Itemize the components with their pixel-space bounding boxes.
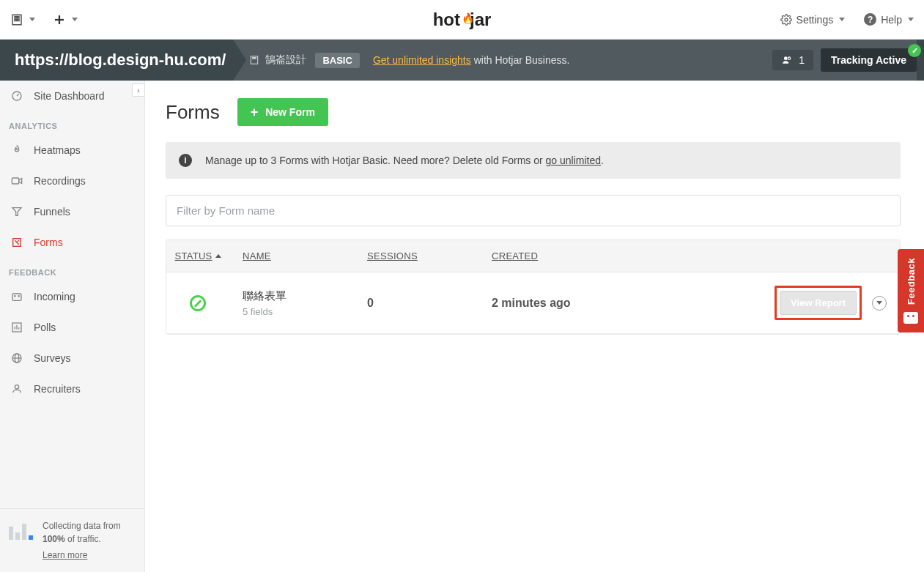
page-header: Forms + New Form bbox=[166, 98, 901, 126]
sidebar: ‹ Site Dashboard ANALYTICS Heatmaps Reco… bbox=[0, 81, 145, 572]
tracking-status[interactable]: Tracking Active ✓ bbox=[821, 48, 917, 72]
col-created[interactable]: CREATED bbox=[478, 240, 659, 272]
col-name[interactable]: NAME bbox=[229, 240, 354, 272]
add-menu[interactable] bbox=[53, 13, 78, 26]
check-icon: ✓ bbox=[908, 44, 921, 57]
feedback-label: Feedback bbox=[906, 258, 917, 305]
traffic-line1: Collecting data from bbox=[42, 521, 121, 531]
users-icon bbox=[781, 55, 793, 65]
feedback-tab[interactable]: Feedback bbox=[898, 249, 924, 333]
sidebar-item-label: Surveys bbox=[34, 352, 71, 364]
main: ‹ Site Dashboard ANALYTICS Heatmaps Reco… bbox=[0, 81, 924, 572]
sidebar-item-funnels[interactable]: Funnels bbox=[0, 196, 144, 227]
site-info-block: 鵠崙設計 BASIC Get unlimited insights with H… bbox=[233, 40, 917, 81]
users-count: 1 bbox=[799, 54, 805, 66]
topbar: hot🔥jar Settings ? Help bbox=[0, 0, 924, 40]
sidebar-item-label: Incoming bbox=[34, 291, 75, 302]
svg-rect-9 bbox=[253, 58, 254, 59]
help-icon: ? bbox=[864, 13, 876, 26]
new-form-label: New Form bbox=[265, 106, 315, 118]
building-icon bbox=[249, 55, 259, 65]
sidebar-section-analytics: ANALYTICS bbox=[0, 111, 144, 135]
col-sessions[interactable]: SESSIONS bbox=[354, 240, 478, 272]
svg-point-7 bbox=[785, 18, 788, 21]
sidebar-item-incoming[interactable]: Incoming bbox=[0, 281, 144, 312]
funnel-icon bbox=[10, 205, 23, 218]
sidebar-item-recordings[interactable]: Recordings bbox=[0, 166, 144, 196]
go-unlimited-link[interactable]: go unlimited bbox=[546, 155, 602, 166]
learn-more-link[interactable]: Learn more bbox=[42, 549, 87, 562]
sidebar-item-heatmaps[interactable]: Heatmaps bbox=[0, 135, 144, 166]
help-label: Help bbox=[881, 14, 902, 26]
col-status-label: STATUS bbox=[174, 250, 212, 261]
gear-icon bbox=[780, 14, 792, 26]
building-icon bbox=[10, 13, 23, 26]
traffic-line2: of traffic. bbox=[65, 534, 101, 544]
sidebar-item-label: Heatmaps bbox=[34, 144, 81, 156]
filter-input[interactable] bbox=[166, 195, 901, 226]
sidebar-item-surveys[interactable]: Surveys bbox=[0, 343, 144, 374]
sidebar-item-polls[interactable]: Polls bbox=[0, 312, 144, 343]
flame-icon bbox=[10, 144, 23, 157]
svg-rect-3 bbox=[15, 19, 16, 21]
svg-point-12 bbox=[788, 57, 791, 60]
plus-icon: + bbox=[251, 105, 259, 119]
site-name-text: 鵠崙設計 bbox=[265, 53, 306, 67]
inactive-icon bbox=[190, 295, 206, 311]
svg-marker-16 bbox=[19, 179, 22, 184]
site-strip-right: 1 Tracking Active ✓ bbox=[772, 48, 917, 72]
chevron-down-icon bbox=[29, 18, 35, 21]
video-icon bbox=[10, 174, 23, 187]
notice-text: Manage up to 3 Forms with Hotjar Basic. … bbox=[205, 155, 604, 166]
chevron-down-icon bbox=[876, 301, 882, 305]
settings-menu[interactable]: Settings bbox=[780, 14, 846, 26]
svg-rect-15 bbox=[12, 178, 18, 184]
table-body: 聯絡表單 5 fields 0 2 minutes ago View Repor… bbox=[166, 272, 900, 334]
settings-label: Settings bbox=[797, 14, 834, 26]
col-actions bbox=[659, 240, 900, 272]
col-status[interactable]: STATUS bbox=[166, 240, 229, 272]
gauge-icon bbox=[10, 89, 23, 103]
site-name: 鵠崙設計 bbox=[249, 53, 306, 67]
traffic-text: Collecting data from 100% of traffic. Le… bbox=[42, 519, 121, 562]
sidebar-item-recruiters[interactable]: Recruiters bbox=[0, 374, 144, 404]
view-report-button[interactable]: View Report bbox=[780, 291, 857, 315]
table-row: 聯絡表單 5 fields 0 2 minutes ago View Repor… bbox=[166, 272, 900, 334]
sidebar-item-label: Funnels bbox=[34, 206, 70, 218]
svg-rect-10 bbox=[255, 58, 256, 59]
sidebar-item-dashboard[interactable]: Site Dashboard bbox=[0, 81, 144, 111]
svg-point-20 bbox=[15, 296, 15, 297]
tracking-label: Tracking Active bbox=[831, 54, 906, 66]
row-actions: View Report bbox=[659, 272, 900, 333]
info-icon: i bbox=[179, 154, 192, 167]
svg-rect-4 bbox=[18, 19, 19, 21]
svg-rect-19 bbox=[12, 294, 21, 300]
row-name: 聯絡表單 5 fields bbox=[229, 272, 354, 333]
sidebar-item-forms[interactable]: Forms bbox=[0, 227, 144, 258]
smiley-icon bbox=[903, 312, 918, 324]
sidebar-collapse-button[interactable]: ‹ bbox=[132, 83, 145, 97]
form-icon bbox=[10, 236, 23, 249]
site-url[interactable]: https://blog.design-hu.com/ bbox=[7, 51, 233, 70]
plan-badge: BASIC bbox=[315, 53, 359, 68]
hotjar-logo[interactable]: hot🔥jar bbox=[433, 10, 492, 30]
help-menu[interactable]: ? Help bbox=[864, 13, 914, 26]
row-status bbox=[166, 272, 229, 333]
org-switcher[interactable] bbox=[10, 13, 35, 26]
row-menu-button[interactable] bbox=[872, 296, 887, 311]
globe-icon bbox=[10, 352, 23, 365]
unlimited-link[interactable]: Get unlimited insights bbox=[373, 54, 471, 66]
traffic-bars-icon bbox=[9, 519, 34, 540]
unlimited-suffix: with Hotjar Business. bbox=[474, 54, 570, 66]
row-sessions: 0 bbox=[354, 272, 478, 333]
sort-up-icon bbox=[215, 254, 221, 258]
highlight-annotation: View Report bbox=[775, 286, 862, 320]
notice-prefix: Manage up to 3 Forms with Hotjar Basic. … bbox=[205, 155, 546, 166]
page-title: Forms bbox=[166, 101, 220, 124]
chevron-down-icon bbox=[908, 18, 914, 21]
table-header: STATUS NAME SESSIONS CREATED bbox=[166, 240, 900, 272]
topbar-left bbox=[10, 13, 78, 26]
users-count-box[interactable]: 1 bbox=[772, 50, 813, 70]
svg-rect-1 bbox=[15, 16, 16, 18]
new-form-button[interactable]: + New Form bbox=[237, 98, 328, 126]
